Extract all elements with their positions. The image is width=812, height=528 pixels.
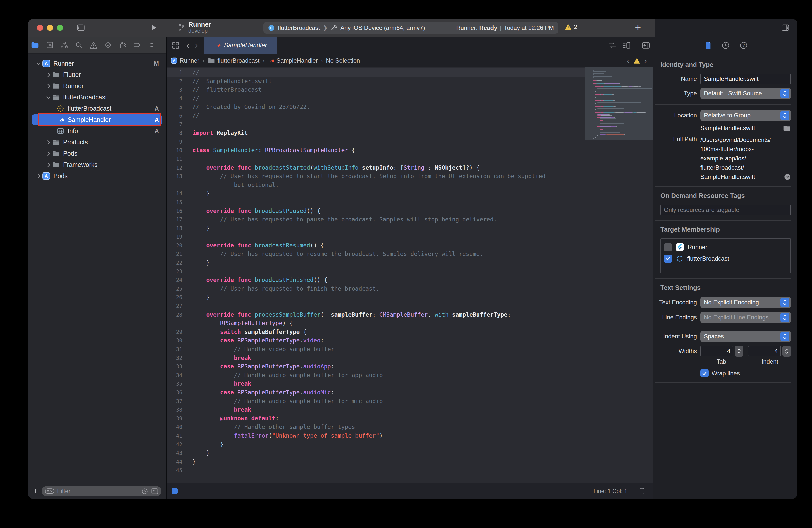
code-line-30[interactable]: 30 case RPSampleBufferType.video:: [167, 336, 583, 345]
code-line-38[interactable]: 38 break: [167, 406, 583, 414]
code-line-7[interactable]: 7: [167, 120, 583, 129]
code-line-wrap[interactable]: RPSampleBufferType) {: [167, 319, 583, 328]
chevron-down-icon[interactable]: [35, 62, 42, 66]
breadcrumb-item-flutterbroadcast[interactable]: flutterBroadcast: [207, 57, 260, 64]
go-forward-button[interactable]: ›: [195, 40, 198, 51]
chevron-down-icon[interactable]: [45, 96, 52, 100]
filter-field[interactable]: Filter: [42, 486, 161, 496]
code-line-4[interactable]: 4//: [167, 94, 583, 103]
breadcrumb-item-no-selection[interactable]: No Selection: [326, 57, 360, 64]
code-line-8[interactable]: 8import ReplayKit: [167, 129, 583, 137]
breakpoint-navigator-icon[interactable]: [133, 42, 141, 48]
chevron-right-icon[interactable]: [45, 151, 52, 157]
scheme-target[interactable]: flutterBroadcast: [278, 25, 320, 31]
code-line-37[interactable]: 37 // Handle audio sample buffer for mic…: [167, 397, 583, 406]
chevron-right-icon[interactable]: [45, 72, 52, 78]
folder-reveal-icon[interactable]: [783, 125, 791, 132]
add-editor-icon[interactable]: [641, 42, 651, 49]
file-indicator-tag[interactable]: [172, 488, 178, 495]
code-line-44[interactable]: 44}: [167, 457, 583, 466]
editor-options-icon[interactable]: [622, 42, 631, 49]
debug-navigator-icon[interactable]: [119, 41, 126, 49]
code-line-40[interactable]: 40 // Handle other sample buffer types: [167, 423, 583, 431]
code-line-45[interactable]: 45: [167, 466, 583, 475]
sidebar-item-flutter[interactable]: Flutter: [28, 69, 166, 80]
code-review-icon[interactable]: [608, 42, 617, 49]
sidebar-item-flutterbroadcast[interactable]: flutterBroadcast: [28, 92, 166, 103]
code-line-15[interactable]: 15: [167, 198, 583, 207]
zoom-button[interactable]: [57, 25, 63, 31]
indent-width-stepper[interactable]: [783, 346, 791, 357]
issue-navigator-icon[interactable]: [89, 42, 98, 49]
source-control-navigator-icon[interactable]: [46, 41, 54, 49]
indent-width-field[interactable]: 4: [748, 346, 781, 356]
target-row-runner[interactable]: Runner: [664, 241, 787, 253]
toggle-left-sidebar-icon[interactable]: [76, 23, 86, 32]
file-inspector-tab-icon[interactable]: [705, 42, 712, 49]
sidebar-item-pods[interactable]: APods: [28, 171, 166, 182]
code-line-43[interactable]: 43 }: [167, 449, 583, 457]
history-inspector-tab-icon[interactable]: [722, 42, 730, 49]
code-line-41[interactable]: 41 fatalError("Unknown type of sample bu…: [167, 431, 583, 440]
code-line-6[interactable]: 6//: [167, 112, 583, 120]
tab-samplehandler[interactable]: SampleHandler: [204, 37, 277, 54]
code-line-29[interactable]: 29 switch sampleBufferType {: [167, 328, 583, 337]
add-tab-button[interactable]: +: [635, 21, 641, 33]
test-navigator-icon[interactable]: [104, 41, 112, 49]
chevron-right-icon[interactable]: [45, 162, 52, 168]
code-line-39[interactable]: 39 @unknown default:: [167, 414, 583, 423]
type-dropdown[interactable]: Default - Swift Source: [700, 88, 791, 99]
tab-overview-icon[interactable]: [172, 41, 180, 50]
code-line-wrap[interactable]: but optional.: [167, 181, 583, 190]
code-line-32[interactable]: 32 break: [167, 354, 583, 363]
code-line-36[interactable]: 36 case RPSampleBufferType.audioMic:: [167, 388, 583, 397]
sidebar-item-products[interactable]: Products: [28, 137, 166, 148]
code-line-11[interactable]: 11: [167, 155, 583, 163]
warning-icon[interactable]: [634, 58, 640, 64]
code-line-14[interactable]: 14 }: [167, 189, 583, 198]
sidebar-item-flutterbroadcast[interactable]: flutterBroadcastA: [28, 103, 166, 114]
add-file-button[interactable]: +: [33, 486, 38, 497]
code-line-1[interactable]: 1//: [167, 68, 585, 77]
location-dropdown[interactable]: Relative to Group: [700, 110, 791, 121]
code-line-20[interactable]: 20 override func broadcastResumed() {: [167, 241, 583, 250]
code-line-21[interactable]: 21 // User has requested to resume the b…: [167, 250, 583, 259]
tab-width-stepper[interactable]: [735, 346, 743, 357]
code-line-2[interactable]: 2// SampleHandler.swift: [167, 77, 583, 86]
target-row-flutterbroadcast[interactable]: flutterBroadcast: [664, 253, 787, 264]
code-line-19[interactable]: 19: [167, 233, 583, 241]
project-navigator-icon[interactable]: [31, 42, 39, 49]
close-button[interactable]: [37, 25, 43, 31]
indent-using-dropdown[interactable]: Spaces: [700, 331, 791, 342]
find-navigator-icon[interactable]: [75, 41, 83, 49]
code-line-42[interactable]: 42 }: [167, 440, 583, 449]
recents-clock-icon[interactable]: [142, 488, 148, 495]
code-line-16[interactable]: 16 override func broadcastPaused() {: [167, 207, 583, 216]
code-line-25[interactable]: 25 // User has requested to finish the b…: [167, 284, 583, 293]
chevron-right-icon[interactable]: [45, 84, 52, 89]
line-endings-dropdown[interactable]: No Explicit Line Endings: [700, 312, 791, 323]
open-path-arrow-icon[interactable]: [784, 174, 791, 180]
minimize-button[interactable]: [47, 25, 53, 31]
code-line-10[interactable]: 10class SampleHandler: RPBroadcastSample…: [167, 146, 583, 155]
code-line-27[interactable]: 27: [167, 302, 583, 310]
wrap-lines-checkbox[interactable]: [700, 369, 709, 378]
code-line-35[interactable]: 35 break: [167, 380, 583, 388]
text-encoding-dropdown[interactable]: No Explicit Encoding: [700, 297, 791, 308]
scheme-selector[interactable]: E flutterBroadcast ❯ Any iOS Device (arm…: [263, 22, 559, 34]
go-back-button[interactable]: ‹: [187, 40, 189, 51]
code-line-24[interactable]: 24 override func broadcastFinished() {: [167, 276, 583, 284]
code-line-34[interactable]: 34 // Handle audio sample buffer for app…: [167, 371, 583, 380]
code-line-26[interactable]: 26 }: [167, 293, 583, 302]
symbol-navigator-icon[interactable]: [60, 41, 68, 49]
sidebar-item-runner[interactable]: ARunnerM: [28, 58, 166, 69]
target-checkbox[interactable]: [664, 255, 672, 263]
code-line-5[interactable]: 5// Created by Govind on 23/06/22.: [167, 103, 583, 112]
code-line-22[interactable]: 22 }: [167, 259, 583, 267]
code-line-18[interactable]: 18 }: [167, 224, 583, 233]
code-line-3[interactable]: 3// flutterBroadcast: [167, 86, 583, 94]
code-line-28[interactable]: 28 override func processSampleBuffer(_ s…: [167, 310, 583, 319]
report-navigator-icon[interactable]: [148, 41, 155, 49]
sidebar-item-runner[interactable]: Runner: [28, 80, 166, 92]
breadcrumb-item-samplehandler[interactable]: SampleHandler: [268, 57, 318, 64]
